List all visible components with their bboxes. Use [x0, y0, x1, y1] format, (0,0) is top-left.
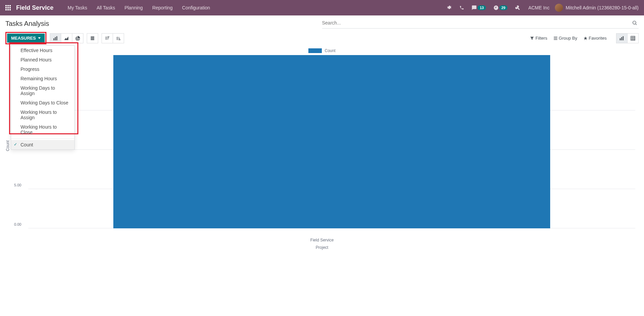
svg-rect-4	[7, 7, 9, 8]
pivot-view-button[interactable]	[628, 33, 639, 43]
measure-remaining-hours[interactable]: Remaining Hours	[11, 74, 74, 83]
svg-line-10	[636, 24, 637, 25]
chart-plot: Count 0.00 5.00 10.00 15.00	[5, 55, 639, 236]
measures-label: MEASURES	[11, 36, 36, 41]
svg-rect-1	[7, 5, 9, 6]
nav-link-planning[interactable]: Planning	[120, 0, 148, 15]
user-menu[interactable]: Mitchell Admin (12368280-15-0-all)	[555, 4, 639, 12]
x-axis-labels: Field Service Project	[5, 238, 639, 250]
svg-rect-20	[620, 38, 621, 40]
messages-badge: 13	[478, 5, 486, 10]
phone-icon[interactable]	[457, 0, 467, 15]
measures-dropdown: Effective Hours Planned Hours Progress R…	[11, 45, 75, 150]
grid	[28, 55, 635, 228]
messages-icon[interactable]: 13	[469, 0, 488, 15]
plot-body: 0.00 5.00 10.00 15.00	[12, 55, 639, 236]
activities-icon[interactable]: 29	[491, 0, 510, 15]
legend-label: Count	[325, 48, 335, 53]
nav-link-all-tasks[interactable]: All Tasks	[92, 0, 120, 15]
activities-badge: 29	[499, 5, 507, 10]
measure-working-hours-to-assign[interactable]: Working Hours to Assign	[11, 107, 74, 122]
tools-icon[interactable]	[512, 0, 523, 15]
svg-rect-14	[90, 36, 94, 37]
measures-highlight: MEASURES	[5, 32, 46, 44]
svg-rect-3	[5, 7, 7, 8]
svg-rect-18	[554, 38, 557, 39]
ytick-5: 5.00	[14, 183, 21, 187]
svg-rect-7	[7, 9, 9, 10]
debug-icon[interactable]	[444, 0, 455, 15]
svg-rect-23	[631, 36, 635, 40]
nav-link-reporting[interactable]: Reporting	[148, 0, 178, 15]
stacked-button[interactable]	[87, 33, 98, 43]
x-axis-title: Project	[5, 245, 639, 250]
graph-view-button[interactable]	[616, 33, 628, 43]
y-axis-label: Count	[5, 140, 10, 151]
chart-type-group	[50, 33, 83, 43]
measure-planned-hours[interactable]: Planned Hours	[11, 55, 74, 64]
groupby-label: Group By	[559, 36, 577, 41]
stacked-group	[87, 33, 98, 43]
svg-rect-12	[55, 37, 56, 40]
measures-button[interactable]: MEASURES	[7, 34, 45, 43]
filters-button[interactable]: Filters	[530, 36, 547, 41]
svg-rect-21	[621, 37, 622, 40]
measure-working-days-to-close[interactable]: Working Days to Close	[11, 98, 74, 107]
svg-rect-19	[554, 39, 557, 40]
apps-icon[interactable]	[5, 5, 11, 10]
page-title: Tasks Analysis	[5, 20, 322, 28]
top-navbar: Field Service My Tasks All Tasks Plannin…	[0, 0, 644, 15]
chart-area: Count Count 0.00 5.00 10.00 15.00 Field …	[0, 44, 644, 255]
legend-swatch	[308, 48, 322, 53]
svg-rect-16	[90, 39, 94, 40]
sort-asc-button[interactable]	[113, 33, 124, 43]
avatar	[555, 4, 563, 12]
measure-progress[interactable]: Progress	[11, 64, 74, 74]
svg-rect-22	[623, 36, 624, 40]
bar-field-service[interactable]	[113, 55, 551, 228]
search-options: Filters Group By Favorites	[530, 36, 610, 41]
pie-chart-button[interactable]	[72, 33, 83, 43]
svg-rect-8	[9, 9, 11, 10]
svg-point-9	[633, 21, 636, 24]
measure-count[interactable]: Count	[11, 140, 74, 149]
x-category-label: Field Service	[5, 238, 639, 242]
groupby-button[interactable]: Group By	[554, 36, 577, 41]
measure-working-hours-to-close[interactable]: Working Hours to Close	[11, 122, 74, 137]
sort-group	[102, 33, 124, 43]
filters-label: Filters	[535, 36, 547, 41]
caret-down-icon	[38, 37, 41, 39]
search-bar	[322, 19, 639, 29]
svg-rect-6	[5, 9, 7, 10]
favorites-label: Favorites	[589, 36, 607, 41]
nav-links: My Tasks All Tasks Planning Reporting Co…	[63, 0, 444, 15]
dropdown-separator	[11, 138, 74, 139]
control-panel: Tasks Analysis MEASURES	[0, 15, 644, 44]
brand-title[interactable]: Field Service	[16, 4, 53, 11]
bar-chart-button[interactable]	[50, 33, 61, 43]
sort-desc-button[interactable]	[102, 33, 113, 43]
measure-effective-hours[interactable]: Effective Hours	[11, 46, 74, 55]
measure-working-days-to-assign[interactable]: Working Days to Assign	[11, 83, 74, 98]
line-chart-button[interactable]	[61, 33, 72, 43]
svg-rect-2	[9, 5, 11, 6]
user-name: Mitchell Admin (12368280-15-0-all)	[566, 5, 639, 10]
svg-rect-17	[554, 37, 557, 37]
search-icon[interactable]	[631, 19, 639, 27]
nav-link-my-tasks[interactable]: My Tasks	[63, 0, 92, 15]
nav-link-configuration[interactable]: Configuration	[177, 0, 215, 15]
svg-rect-15	[90, 38, 94, 39]
navbar-right: 13 29 ACME Inc Mitchell Admin (12368280-…	[444, 0, 639, 15]
svg-rect-11	[53, 38, 54, 40]
ytick-0: 0.00	[14, 222, 21, 226]
view-switcher	[616, 33, 639, 43]
svg-rect-0	[5, 5, 7, 6]
search-input[interactable]	[322, 20, 631, 26]
svg-rect-13	[56, 36, 57, 40]
favorites-button[interactable]: Favorites	[583, 36, 607, 41]
svg-rect-5	[9, 7, 11, 8]
company-selector[interactable]: ACME Inc	[528, 5, 550, 10]
chart-legend: Count	[5, 48, 639, 53]
